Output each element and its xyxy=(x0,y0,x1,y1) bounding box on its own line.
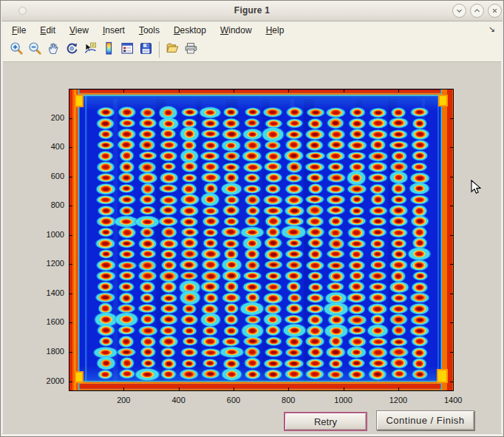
zoom-in-icon xyxy=(10,41,24,58)
x-axis-tick-label: 1400 xyxy=(431,396,475,404)
menu-item-view[interactable]: View xyxy=(69,25,89,35)
y-axis-tick-label: 1600 xyxy=(29,317,64,326)
rotate-3d-icon xyxy=(65,41,79,58)
close-button[interactable] xyxy=(488,4,502,18)
y-axis-tick-label: 400 xyxy=(29,142,64,151)
x-axis-tick-label: 800 xyxy=(266,396,310,404)
toolbar-insert-legend-button[interactable] xyxy=(118,41,137,59)
y-axis-tick-label: 800 xyxy=(29,200,64,209)
save-icon xyxy=(139,41,153,58)
toolbar-pan-button[interactable] xyxy=(44,41,63,59)
menu-bar: FileEditViewInsertToolsDesktopWindowHelp… xyxy=(3,22,501,38)
toolbar-print-button[interactable] xyxy=(182,41,200,59)
menu-item-insert[interactable]: Insert xyxy=(103,25,125,35)
toolbar-insert-colorbar-button[interactable] xyxy=(100,41,118,59)
zoom-out-icon xyxy=(28,41,42,58)
figure-window: Figure 1 FileEditViewInsertToolsDesktopW… xyxy=(0,0,504,437)
y-axis-tick-label: 600 xyxy=(29,172,64,180)
x-axis-tick-label: 1000 xyxy=(321,396,366,404)
toolbar-rotate-3d-button[interactable] xyxy=(63,41,81,59)
chevron-up-icon xyxy=(472,6,482,16)
window-title: Figure 1 xyxy=(1,5,503,16)
menu-item-file[interactable]: File xyxy=(12,25,26,35)
menu-item-window[interactable]: Window xyxy=(220,25,252,35)
window-bottom-frame xyxy=(1,433,503,437)
x-axis-tick-label: 1200 xyxy=(376,396,420,404)
print-icon xyxy=(184,41,198,58)
title-bar[interactable]: Figure 1 xyxy=(1,1,503,21)
open-icon xyxy=(166,41,180,58)
y-axis-tick-label: 1200 xyxy=(29,259,64,268)
toolbar-separator xyxy=(159,41,160,58)
menu-item-edit[interactable]: Edit xyxy=(40,25,55,35)
menu-items: FileEditViewInsertToolsDesktopWindowHelp xyxy=(12,25,284,35)
toolbar-zoom-out-button[interactable] xyxy=(26,41,44,59)
retry-button[interactable]: Retry xyxy=(284,412,367,431)
menu-item-desktop[interactable]: Desktop xyxy=(174,25,206,35)
menu-overflow-icon[interactable]: ↘ xyxy=(488,24,495,34)
continue-finish-button[interactable]: Continue / Finish xyxy=(376,410,474,430)
insert-legend-icon xyxy=(120,41,134,58)
shade-button[interactable] xyxy=(452,4,466,18)
toolbar-open-button[interactable] xyxy=(163,41,182,59)
retry-button-label: Retry xyxy=(314,416,337,427)
pan-icon xyxy=(47,41,61,58)
toolbar-save-button[interactable] xyxy=(137,41,155,59)
figure-toolbar xyxy=(3,38,501,62)
x-axis-tick-label: 200 xyxy=(101,396,146,404)
insert-colorbar-icon xyxy=(102,41,116,58)
data-cursor-icon xyxy=(84,41,98,58)
y-axis-tick-label: 2000 xyxy=(29,376,64,385)
chevron-down-icon xyxy=(454,6,464,16)
y-axis-tick-label: 200 xyxy=(29,113,64,122)
close-icon xyxy=(490,6,500,16)
continue-finish-button-label: Continue / Finish xyxy=(386,415,464,426)
y-axis-tick-label: 1400 xyxy=(29,288,64,297)
y-axis-tick-label: 1800 xyxy=(29,347,64,356)
unshade-button[interactable] xyxy=(470,4,484,18)
plate-image-axes[interactable] xyxy=(69,89,454,391)
x-axis-tick-label: 600 xyxy=(211,396,256,404)
toolbar-data-cursor-button[interactable] xyxy=(81,41,100,59)
toolbar-zoom-in-button[interactable] xyxy=(7,41,26,59)
x-axis-tick-label: 400 xyxy=(157,396,201,404)
menu-item-tools[interactable]: Tools xyxy=(139,25,160,35)
menu-item-help[interactable]: Help xyxy=(266,25,285,35)
y-axis-tick-label: 1000 xyxy=(29,230,64,239)
